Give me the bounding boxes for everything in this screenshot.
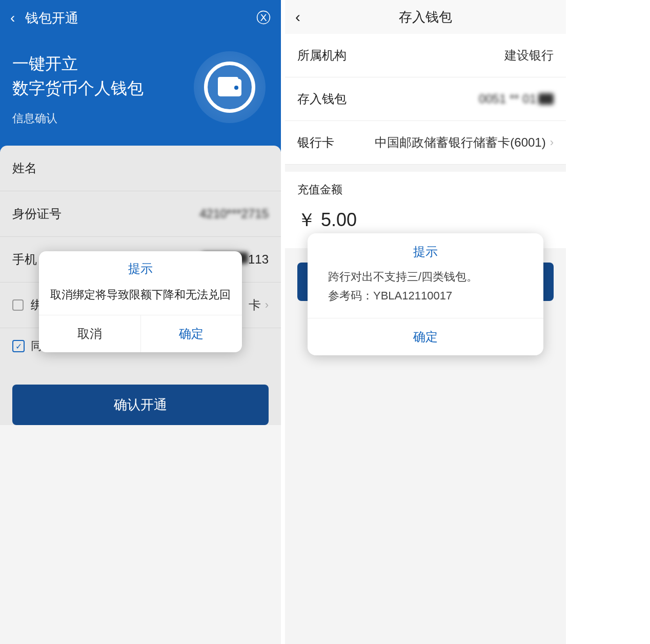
card-row[interactable]: 银行卡 中国邮政储蓄银行储蓄卡(6001)› (285, 121, 566, 165)
wallet-icon (204, 62, 255, 113)
hero-line1: 一键开立 (12, 54, 78, 73)
header: ‹ 钱包开通 ⓧ (0, 0, 281, 36)
back-icon[interactable]: ‹ (10, 10, 15, 26)
bind-checkbox[interactable] (12, 299, 24, 311)
wallet-icon-glow (194, 51, 266, 123)
hero-line2: 数字货币个人钱包 (12, 79, 144, 97)
id-label: 身份证号 (12, 206, 199, 222)
phone-value: 113 (248, 252, 269, 266)
chevron-right-icon: › (265, 298, 269, 312)
wallet-row[interactable]: 存入钱包 0051 ** 01 (285, 77, 566, 121)
cancel-button[interactable]: 取消 (39, 315, 141, 352)
alert-dialog: 提示 跨行对出不支持三/四类钱包。 参考码：YBLA12110017 确定 (308, 233, 543, 355)
id-value: 4210***2715 (199, 207, 269, 221)
svg-point-2 (234, 86, 238, 90)
id-row[interactable]: 身份证号 4210***2715 (0, 191, 281, 237)
alert-dialog: 提示 取消绑定将导致限额下降和无法兑回 取消 确定 (39, 251, 242, 352)
wallet-label: 存入钱包 (297, 91, 359, 107)
dialog-title: 提示 (308, 233, 543, 267)
hero-banner: 一键开立 数字货币个人钱包 信息确认 (0, 36, 281, 152)
card-label: 银行卡 (297, 134, 359, 151)
dialog-title: 提示 (39, 251, 242, 282)
bind-suffix: 卡 (249, 297, 261, 313)
amount-label: 充值金额 (297, 182, 554, 197)
card-value: 中国邮政储蓄银行储蓄卡(6001) (375, 134, 545, 151)
name-label: 姓名 (12, 160, 269, 176)
back-icon[interactable]: ‹ (295, 8, 300, 26)
svg-rect-1 (218, 77, 238, 82)
confirm-open-button[interactable]: 确认开通 (12, 385, 269, 425)
header: ‹ 存入钱包 (285, 0, 566, 34)
header-title: 钱包开通 (25, 9, 256, 27)
chevron-right-icon: › (550, 136, 554, 149)
org-value: 建设银行 (359, 47, 554, 64)
agree-checkbox[interactable]: ✓ (12, 340, 25, 352)
right-screen: ‹ 存入钱包 所属机构 建设银行 存入钱包 0051 ** 01 银行卡 中国邮… (285, 0, 566, 644)
org-row: 所属机构 建设银行 (285, 34, 566, 77)
amount-value: ￥ 5.00 (297, 208, 554, 233)
header-title: 存入钱包 (399, 8, 452, 26)
name-row[interactable]: 姓名 (0, 146, 281, 191)
wallet-value: 0051 ** 01 (479, 92, 536, 106)
ok-button[interactable]: 确定 (141, 315, 242, 352)
org-label: 所属机构 (297, 47, 359, 64)
left-screen: ‹ 钱包开通 ⓧ 一键开立 数字货币个人钱包 信息确认 姓名 身份证号 4210… (0, 0, 281, 644)
close-icon[interactable]: ⓧ (256, 8, 271, 28)
dialog-message: 取消绑定将导致限额下降和无法兑回 (39, 282, 242, 315)
ok-button[interactable]: 确定 (308, 318, 543, 355)
dialog-message: 跨行对出不支持三/四类钱包。 参考码：YBLA12110017 (308, 267, 543, 318)
